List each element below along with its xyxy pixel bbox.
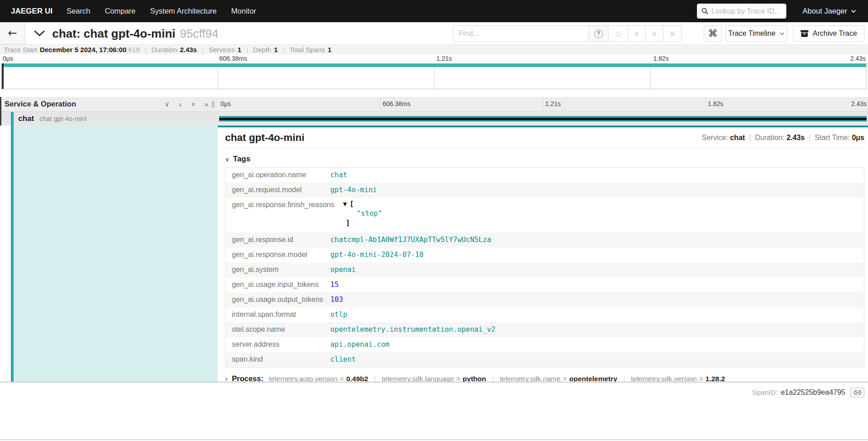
span-operation-name: chat gpt-4o-mini xyxy=(39,112,87,126)
prev-match-button[interactable]: ∧ xyxy=(628,25,646,42)
divider: | xyxy=(145,46,147,53)
expand-one-icon[interactable]: › xyxy=(177,100,184,109)
focus-match-button[interactable]: ◇ xyxy=(608,25,628,42)
tags-section-toggle[interactable]: ∨ Tags xyxy=(225,155,864,164)
archive-trace-button[interactable]: Archive Trace xyxy=(793,25,864,42)
deep-link-button[interactable] xyxy=(850,388,864,397)
collapse-trace-header-button[interactable] xyxy=(34,30,45,39)
chevron-up-icon: ∧ xyxy=(634,29,639,38)
service-label: Service: xyxy=(702,134,728,141)
timeline-minimap[interactable] xyxy=(1,63,867,89)
service-color-strip xyxy=(11,112,14,126)
tag-key: span.kind xyxy=(226,352,328,367)
trace-start-label: Trace Start xyxy=(4,46,37,53)
close-icon: × xyxy=(669,29,676,39)
minimap-tick: 2.43s xyxy=(850,55,866,62)
command-icon: ⌘ xyxy=(708,28,718,39)
content-bottom-divider xyxy=(0,382,868,383)
trace-page-title: chat: chat gpt-4o-mini95cff94 xyxy=(52,27,218,41)
nav-item-search[interactable]: Search xyxy=(67,7,90,15)
total-spans-value: 1 xyxy=(328,46,331,53)
tag-key: gen_ai.operation.name xyxy=(226,168,328,182)
span-name-column[interactable]: chat chat gpt-4o-mini xyxy=(0,112,218,126)
back-arrow-icon: ← xyxy=(8,28,17,39)
keyboard-shortcuts-button[interactable]: ⌘ xyxy=(704,25,722,42)
link-icon xyxy=(854,390,861,395)
span-duration-bar[interactable] xyxy=(219,116,867,121)
span-id-label: SpanID: xyxy=(752,388,778,397)
column-resize-handle[interactable] xyxy=(212,101,214,108)
critical-path-overlay xyxy=(219,118,867,120)
trace-id-lookup-input[interactable] xyxy=(711,7,780,15)
timeline-tick: 606.38ms xyxy=(383,100,410,107)
minimap-tick: 0μs xyxy=(3,55,13,62)
back-button[interactable]: ← xyxy=(0,22,25,44)
trace-view-select[interactable]: Trace Timeline xyxy=(726,25,787,42)
service-value: chat xyxy=(730,134,745,141)
triangle-down-icon: ▼ xyxy=(343,201,347,207)
tag-row: otel.scope.name opentelemetry.instrument… xyxy=(226,322,864,337)
tag-row: gen_ai.request.model gpt-4o-mini xyxy=(226,183,864,198)
help-question-icon: ? xyxy=(594,29,603,38)
trace-toolbar: ← chat: chat gpt-4o-mini95cff94 ? ◇ ∧ ∨ … xyxy=(0,22,868,44)
trace-summary-bar: Trace Start December 5 2024, 17:06:00.61… xyxy=(0,44,868,54)
duration-value: 2.43s xyxy=(180,46,197,53)
tag-row: gen_ai.operation.name chat xyxy=(226,168,864,183)
tags-section-label: Tags xyxy=(233,155,250,164)
service-operation-header: Service & Operation xyxy=(5,100,76,108)
tag-value: opentelemetry.instrumentation.openai_v2 xyxy=(328,322,498,337)
minimap-tick: 1.21s xyxy=(436,55,452,62)
nav-item-system-architecture[interactable]: System Architecture xyxy=(150,7,217,15)
timeline-tick-labels: 0μs 606.38ms 1.21s 1.82s 2.43s xyxy=(218,97,868,111)
span-row[interactable]: chat chat gpt-4o-mini xyxy=(0,112,868,126)
nav-item-monitor[interactable]: Monitor xyxy=(231,7,256,15)
tag-key: gen_ai.response.id xyxy=(226,233,328,247)
tag-value: 15 xyxy=(328,277,342,292)
tag-key: gen_ai.response.finish_reasons xyxy=(226,198,328,212)
window-bottom-edge xyxy=(0,439,868,440)
tag-key: gen_ai.usage.input_tokens xyxy=(226,277,328,292)
minimap-range-handle[interactable] xyxy=(2,63,4,89)
about-jaeger-label: About Jaeger xyxy=(803,7,847,15)
chevron-down-icon: ∨ xyxy=(225,156,230,163)
search-icon xyxy=(701,8,708,15)
json-array-item: "stop" xyxy=(357,209,382,218)
archive-icon xyxy=(800,30,809,37)
service-color-strip xyxy=(11,126,14,382)
minimap-tick: 606.38ms xyxy=(219,55,247,62)
trace-id-lookup xyxy=(697,4,786,19)
span-detail-left-gutter xyxy=(0,126,218,382)
total-spans-label: Total Spans xyxy=(289,46,325,53)
tag-value: client xyxy=(328,352,358,367)
about-jaeger-menu[interactable]: About Jaeger xyxy=(803,7,856,15)
next-match-button[interactable]: ∨ xyxy=(645,25,663,42)
expand-all-icon[interactable]: » xyxy=(203,100,210,109)
tag-json-value[interactable]: ▼[ "stop" ] xyxy=(328,198,382,233)
tag-key: server.address xyxy=(226,337,328,352)
tag-key: otel.scope.name xyxy=(226,322,328,337)
divider: | xyxy=(283,46,284,53)
timeline-column-header: Service & Operation ∨ › » » 0μs 606.38ms… xyxy=(0,97,868,112)
span-detail-panel: chat gpt-4o-mini Service: chat|Duration:… xyxy=(218,127,868,382)
tag-value: chat xyxy=(328,168,350,182)
tag-value: api.openai.com xyxy=(328,337,392,352)
find-input[interactable] xyxy=(453,25,589,42)
diamond-icon: ◇ xyxy=(615,29,621,38)
clear-search-button[interactable]: × xyxy=(663,25,682,42)
collapse-all-icon[interactable]: » xyxy=(189,101,198,108)
jaeger-logo[interactable]: JAEGER UI xyxy=(11,7,53,16)
selected-span-highlight xyxy=(14,126,218,382)
minimap-gridline xyxy=(434,63,435,89)
tags-table: gen_ai.operation.name chat gen_ai.reques… xyxy=(225,167,864,368)
collapse-one-icon[interactable]: ∨ xyxy=(163,100,171,108)
duration-value: 2.43s xyxy=(786,134,804,141)
find-help-addon[interactable]: ? xyxy=(588,25,608,42)
start-time-value: 0μs xyxy=(852,134,864,141)
tag-row: internal.span.format otlp xyxy=(226,307,864,322)
tag-key: gen_ai.usage.output_tokens xyxy=(226,292,328,307)
tag-value: 103 xyxy=(328,292,346,307)
tag-row: server.address api.openai.com xyxy=(226,337,864,352)
tag-row: gen_ai.response.finish_reasons ▼[ "stop"… xyxy=(226,198,864,233)
tag-key: gen_ai.system xyxy=(226,262,328,277)
nav-item-compare[interactable]: Compare xyxy=(105,7,136,15)
